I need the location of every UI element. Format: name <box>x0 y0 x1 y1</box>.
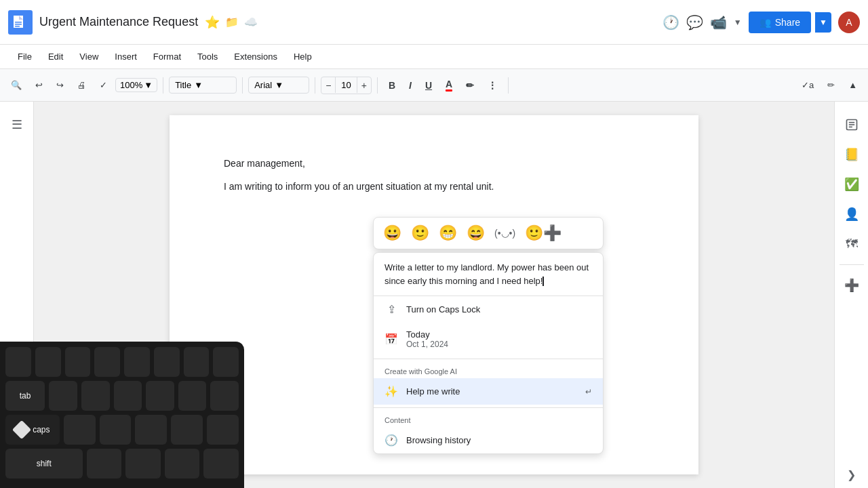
kb-key[interactable] <box>207 415 239 445</box>
separator-2 <box>242 77 243 94</box>
undo-button[interactable]: ↩ <box>30 77 48 93</box>
popup-input-area[interactable]: Write a letter to my landlord. My power … <box>374 253 603 296</box>
menu-tools[interactable]: Tools <box>191 49 224 64</box>
emoji-picker-icon[interactable]: 🙂➕ <box>525 224 561 242</box>
kb-key[interactable] <box>154 347 180 377</box>
folder-icon[interactable]: 📁 <box>225 16 239 28</box>
caps-lock-key[interactable]: caps <box>5 415 60 445</box>
help-write-item[interactable]: ✨ Help me write ↵ <box>374 378 603 405</box>
popup-container: 😀 🙂 😁 😄 (•◡•) 🙂➕ Write a letter to my la… <box>373 217 604 454</box>
emoji-4[interactable]: 😄 <box>467 224 485 242</box>
kb-key[interactable] <box>87 449 122 479</box>
font-size-value[interactable]: 10 <box>335 77 357 93</box>
comment-icon[interactable]: 💬 <box>686 14 703 30</box>
menu-insert[interactable]: Insert <box>108 49 144 64</box>
kb-key[interactable] <box>146 381 174 411</box>
separator-3 <box>315 77 315 94</box>
kb-key[interactable] <box>203 449 239 479</box>
right-tasks-icon[interactable]: ✅ <box>840 172 864 197</box>
bold-button[interactable]: B <box>383 77 401 94</box>
kb-key[interactable] <box>49 381 77 411</box>
italic-button[interactable]: I <box>403 77 417 94</box>
share-dropdown[interactable]: ▼ <box>815 12 831 33</box>
caps-lock-item[interactable]: ⇪ Turn on Caps Lock <box>374 296 603 323</box>
help-write-content: Help me write <box>406 386 577 396</box>
kb-key[interactable] <box>94 347 120 377</box>
underline-button[interactable]: U <box>420 77 437 94</box>
kb-key[interactable] <box>184 347 210 377</box>
menu-format[interactable]: Format <box>146 49 188 64</box>
caps-label: caps <box>33 425 50 434</box>
caps-lock-label: Turn on Caps Lock <box>406 304 592 314</box>
doc-title: Urgent Maintenance Request <box>39 15 198 29</box>
menu-edit[interactable]: Edit <box>41 49 70 64</box>
font-size-decrease[interactable]: − <box>321 77 335 94</box>
right-divider <box>840 264 864 265</box>
right-contacts-icon[interactable]: 👤 <box>840 202 864 226</box>
kb-key[interactable] <box>124 347 150 377</box>
kb-key[interactable] <box>165 449 200 479</box>
kb-key[interactable] <box>171 415 203 445</box>
kb-key[interactable] <box>178 381 207 411</box>
collapse-toolbar-button[interactable]: ▲ <box>843 77 863 93</box>
right-history-icon[interactable] <box>840 113 864 137</box>
kb-key[interactable] <box>35 347 61 377</box>
avatar[interactable]: A <box>838 12 860 33</box>
kb-key[interactable] <box>81 381 110 411</box>
spell-correct-button[interactable]: ✓a <box>796 77 819 93</box>
kb-key[interactable] <box>64 415 96 445</box>
caps-lock-content: Turn on Caps Lock <box>406 304 592 314</box>
video-icon[interactable]: 📹 <box>710 14 727 30</box>
font-select[interactable]: Arial ▼ <box>248 77 309 94</box>
zoom-control[interactable]: 100% ▼ <box>115 78 157 92</box>
kb-key[interactable] <box>135 415 167 445</box>
right-notes-icon[interactable]: 📒 <box>840 142 864 167</box>
emoji-3[interactable]: 😁 <box>439 224 457 242</box>
outline-icon[interactable]: ☰ <box>5 113 29 137</box>
share-button[interactable]: 👥 Share <box>749 12 811 33</box>
menu-bar: File Edit View Insert Format Tools Exten… <box>0 45 868 69</box>
doc-content: Dear management, I am writing to inform … <box>224 156 644 195</box>
emoji-2[interactable]: 🙂 <box>411 224 429 242</box>
kb-key[interactable] <box>100 415 132 445</box>
separator-5 <box>508 77 509 94</box>
keyboard-row-1 <box>5 347 239 377</box>
more-format-button[interactable]: ⋮ <box>482 77 502 94</box>
right-add-icon[interactable]: ➕ <box>840 273 864 298</box>
history-icon[interactable]: 🕐 <box>663 14 679 30</box>
separator-4 <box>377 77 378 94</box>
print-button[interactable]: 🖨 <box>72 77 92 93</box>
video-dropdown-icon[interactable]: ▼ <box>734 18 742 27</box>
kb-key[interactable] <box>114 381 142 411</box>
menu-view[interactable]: View <box>73 49 105 64</box>
emoji-1[interactable]: 😀 <box>383 224 401 242</box>
tab-key[interactable]: tab <box>5 381 45 411</box>
divider-2 <box>374 407 603 408</box>
right-maps-icon[interactable]: 🗺 <box>840 232 864 256</box>
suggest-edit-button[interactable]: ✏ <box>822 77 840 93</box>
today-item[interactable]: 📅 Today Oct 1, 2024 <box>374 323 603 356</box>
redo-button[interactable]: ↪ <box>51 77 69 93</box>
right-collapse[interactable]: ❯ <box>847 468 856 488</box>
cloud-icon[interactable]: ☁️ <box>244 16 258 28</box>
menu-file[interactable]: File <box>11 49 39 64</box>
highlight-button[interactable]: ✏ <box>460 77 479 94</box>
menu-help[interactable]: Help <box>287 49 319 64</box>
kb-key[interactable] <box>210 381 239 411</box>
content-section-label: Content <box>374 411 603 427</box>
search-button[interactable]: 🔍 <box>5 77 27 93</box>
emoji-more[interactable]: (•◡•) <box>494 228 515 239</box>
browsing-history-item[interactable]: 🕐 Browsing history <box>374 427 603 453</box>
font-size-increase[interactable]: + <box>357 77 371 94</box>
kb-key[interactable] <box>65 347 91 377</box>
shift-key[interactable]: shift <box>5 449 83 479</box>
paragraph-2: I am writing to inform you of an urgent … <box>224 179 644 194</box>
spellcheck-button[interactable]: ✓ <box>94 77 113 93</box>
kb-key[interactable] <box>213 347 239 377</box>
star-icon[interactable]: ⭐ <box>205 15 220 30</box>
kb-key[interactable] <box>125 449 161 479</box>
menu-extensions[interactable]: Extensions <box>227 49 284 64</box>
style-select[interactable]: Title ▼ <box>169 77 237 94</box>
kb-key[interactable] <box>5 347 31 377</box>
text-color-button[interactable]: A <box>440 76 458 94</box>
